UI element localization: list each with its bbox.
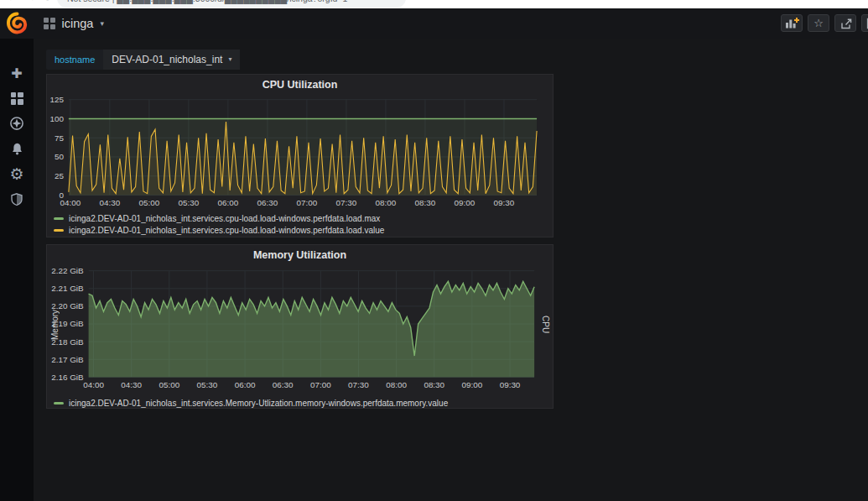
gear-icon: ⚙ bbox=[9, 164, 23, 184]
x-tick-label: 07:30 bbox=[336, 198, 357, 207]
variable-value-dropdown[interactable]: DEV-AD-01_nicholas_int ▾ bbox=[103, 50, 240, 70]
x-tick-label: 07:00 bbox=[310, 380, 331, 389]
sidebar-item-dashboards[interactable] bbox=[0, 86, 34, 111]
legend-series-name[interactable]: icinga2.DEV-AD-01_nicholas_int.services.… bbox=[69, 226, 384, 235]
chevron-down-icon: ▾ bbox=[100, 19, 104, 28]
x-tick-label: 07:30 bbox=[348, 380, 369, 389]
sidebar: ✚ ⚙ bbox=[0, 39, 34, 501]
save-dashboard-button[interactable] bbox=[861, 14, 868, 32]
share-button[interactable] bbox=[834, 14, 856, 32]
memory-legend: icinga2.DEV-AD-01_nicholas_int.services.… bbox=[54, 397, 448, 409]
dashboard-title-text: icinga bbox=[62, 17, 94, 30]
cpu-legend: icinga2.DEV-AD-01_nicholas_int.services.… bbox=[54, 212, 384, 236]
memory-chart[interactable]: 2.16 GiB2.17 GiB2.18 GiB2.19 GiB2.20 GiB… bbox=[47, 245, 553, 408]
submenu-variables: hostname DEV-AD-01_nicholas_int ▾ bbox=[46, 50, 240, 70]
sidebar-item-server-admin[interactable] bbox=[0, 186, 34, 211]
y-tick-label: 75 bbox=[55, 133, 64, 143]
legend-series-name[interactable]: icinga2.DEV-AD-01_nicholas_int.services.… bbox=[69, 399, 448, 408]
x-tick-label: 04:00 bbox=[83, 380, 104, 389]
legend-item[interactable]: icinga2.DEV-AD-01_nicholas_int.services.… bbox=[54, 212, 384, 224]
y-tick-label: 125 bbox=[49, 95, 64, 104]
browser-nav-icons[interactable]: ←→⟳ bbox=[7, 0, 60, 3]
x-tick-label: 04:00 bbox=[60, 198, 81, 207]
y-axis-label-right: CPU bbox=[540, 271, 550, 378]
dashboard-grid-icon bbox=[44, 18, 55, 29]
legend-series-dash bbox=[54, 217, 64, 220]
x-tick-label: 06:30 bbox=[273, 380, 294, 389]
y-tick-label: 50 bbox=[55, 152, 64, 161]
url-text: Not secure | ██.███.███.███:3000/d/█████… bbox=[67, 0, 347, 3]
legend-item[interactable]: icinga2.DEV-AD-01_nicholas_int.services.… bbox=[54, 397, 448, 409]
panel-title[interactable]: Memory Utilization bbox=[47, 249, 553, 261]
forward-icon: → bbox=[25, 0, 44, 3]
x-tick-label: 08:30 bbox=[424, 380, 444, 389]
back-icon: ← bbox=[7, 0, 25, 3]
x-tick-label: 04:30 bbox=[99, 198, 120, 207]
dashboards-icon bbox=[11, 92, 23, 105]
x-tick-label: 06:30 bbox=[257, 198, 278, 207]
x-tick-label: 05:30 bbox=[179, 198, 200, 207]
cpu-utilization-panel: 025507510012504:0004:3005:0005:3006:0006… bbox=[46, 74, 554, 237]
x-tick-label: 08:30 bbox=[415, 198, 436, 207]
panel-title[interactable]: CPU Utilization bbox=[47, 79, 553, 91]
url-field[interactable]: Not secure | ██.███.███.███:3000/d/█████… bbox=[57, 0, 406, 8]
grafana-logo-icon[interactable] bbox=[6, 12, 29, 34]
chevron-down-icon: ▾ bbox=[228, 50, 231, 70]
panel-toolbar: ☆ bbox=[781, 14, 868, 32]
x-tick-label: 04:30 bbox=[121, 380, 142, 389]
add-panel-icon bbox=[785, 17, 799, 29]
add-panel-button[interactable] bbox=[781, 14, 803, 32]
alerting-bell-icon bbox=[10, 142, 24, 156]
y-tick-label: 100 bbox=[49, 114, 64, 123]
x-tick-label: 07:00 bbox=[297, 198, 318, 207]
share-icon bbox=[839, 18, 852, 29]
x-tick-label: 05:00 bbox=[139, 198, 160, 207]
variable-value-text: DEV-AD-01_nicholas_int bbox=[112, 50, 222, 70]
legend-series-dash bbox=[54, 402, 64, 404]
sidebar-item-create[interactable]: ✚ bbox=[0, 60, 34, 86]
legend-series-name[interactable]: icinga2.DEV-AD-01_nicholas_int.services.… bbox=[69, 214, 380, 223]
memory-utilization-panel: 2.16 GiB2.17 GiB2.18 GiB2.19 GiB2.20 GiB… bbox=[46, 244, 554, 409]
plus-icon: ✚ bbox=[11, 65, 22, 81]
sidebar-item-configuration[interactable]: ⚙ bbox=[0, 161, 34, 186]
star-button[interactable]: ☆ bbox=[808, 14, 829, 32]
x-tick-label: 06:00 bbox=[218, 198, 239, 207]
top-nav: icinga ▾ ☆ bbox=[0, 8, 868, 39]
star-icon: ☆ bbox=[813, 17, 824, 29]
legend-series-dash bbox=[54, 229, 64, 232]
x-tick-label: 05:30 bbox=[197, 380, 218, 389]
x-tick-label: 09:00 bbox=[455, 198, 476, 207]
browser-address-bar[interactable]: ←→⟳ Not secure | ██.███.███.███:3000/d/█… bbox=[0, 0, 868, 8]
y-axis-label-left: Memory bbox=[49, 271, 60, 378]
x-tick-label: 09:00 bbox=[462, 380, 483, 389]
x-tick-label: 05:00 bbox=[159, 380, 179, 389]
legend-item[interactable]: icinga2.DEV-AD-01_nicholas_int.services.… bbox=[54, 224, 384, 236]
variable-label: hostname bbox=[46, 50, 103, 70]
x-tick-label: 08:00 bbox=[386, 380, 407, 389]
server-admin-shield-icon bbox=[10, 192, 23, 206]
sidebar-item-explore[interactable] bbox=[0, 111, 34, 136]
x-tick-label: 09:30 bbox=[494, 198, 515, 207]
explore-compass-icon bbox=[9, 116, 24, 131]
series-area bbox=[89, 281, 535, 377]
sidebar-item-alerting[interactable] bbox=[0, 136, 34, 161]
dashboard-title[interactable]: icinga ▾ bbox=[44, 15, 104, 32]
x-tick-label: 09:30 bbox=[500, 380, 521, 389]
x-tick-label: 06:00 bbox=[235, 380, 256, 389]
x-tick-label: 08:00 bbox=[376, 198, 397, 207]
y-tick-label: 25 bbox=[55, 171, 64, 180]
